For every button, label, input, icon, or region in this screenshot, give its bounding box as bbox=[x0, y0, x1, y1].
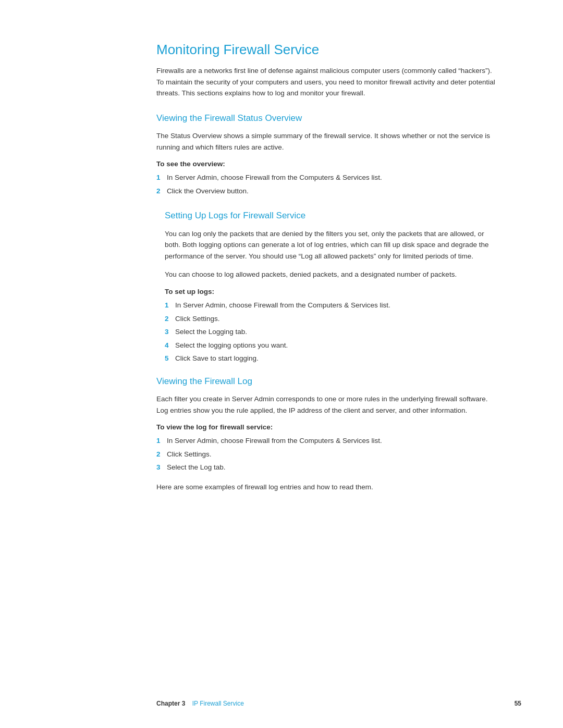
section-3-sub-heading: To view the log for firewall service: bbox=[156, 423, 495, 431]
list-item: 3 Select the Log tab. bbox=[156, 462, 495, 473]
step-text: Click Settings. bbox=[175, 313, 220, 325]
list-item: 1 In Server Admin, choose Firewall from … bbox=[156, 435, 495, 447]
step-text: Click Save to start logging. bbox=[175, 353, 259, 364]
section-2: Setting Up Logs for Firewall Service You… bbox=[156, 210, 495, 364]
section-1-sub-heading: To see the overview: bbox=[156, 160, 495, 168]
step-number: 2 bbox=[156, 186, 164, 197]
section-1-steps: 1 In Server Admin, choose Firewall from … bbox=[156, 172, 495, 196]
list-item: 1 In Server Admin, choose Firewall from … bbox=[165, 300, 495, 311]
footer-page-number: 55 bbox=[515, 700, 521, 707]
chapter-label: Chapter 3 bbox=[156, 700, 185, 707]
section-2-heading: Setting Up Logs for Firewall Service bbox=[165, 210, 495, 221]
step-number: 1 bbox=[156, 435, 164, 447]
step-number: 4 bbox=[165, 340, 172, 351]
step-number: 5 bbox=[165, 353, 172, 364]
section-2-para-1: You can log only the packets that are de… bbox=[165, 228, 495, 262]
footer-separator bbox=[187, 700, 191, 707]
step-text: In Server Admin, choose Firewall from th… bbox=[167, 435, 382, 447]
step-text: Select the Logging tab. bbox=[175, 326, 247, 338]
footer-chapter-info: Chapter 3 IP Firewall Service bbox=[156, 700, 244, 707]
content-area: Monitoring Firewall Service Firewalls ar… bbox=[156, 42, 495, 493]
section-2-steps: 1 In Server Admin, choose Firewall from … bbox=[165, 300, 495, 364]
main-section: Monitoring Firewall Service Firewalls ar… bbox=[156, 42, 495, 99]
step-number: 3 bbox=[165, 326, 172, 338]
step-number: 1 bbox=[165, 300, 172, 311]
section-1-heading: Viewing the Firewall Status Overview bbox=[156, 113, 495, 124]
step-number: 3 bbox=[156, 462, 164, 473]
step-number: 2 bbox=[165, 313, 172, 325]
list-item: 3 Select the Logging tab. bbox=[165, 326, 495, 338]
page-container: Monitoring Firewall Service Firewalls ar… bbox=[0, 0, 563, 728]
step-text: Click Settings. bbox=[167, 449, 212, 460]
list-item: 4 Select the logging options you want. bbox=[165, 340, 495, 351]
intro-text: Firewalls are a networks first line of d… bbox=[156, 65, 495, 99]
list-item: 2 Click Settings. bbox=[165, 313, 495, 325]
list-item: 5 Click Save to start logging. bbox=[165, 353, 495, 364]
main-heading: Monitoring Firewall Service bbox=[156, 42, 495, 58]
section-2-para-2: You can choose to log allowed packets, d… bbox=[165, 269, 495, 280]
list-item: 2 Click Settings. bbox=[156, 449, 495, 460]
list-item: 1 In Server Admin, choose Firewall from … bbox=[156, 172, 495, 183]
step-number: 1 bbox=[156, 172, 164, 183]
step-text: In Server Admin, choose Firewall from th… bbox=[175, 300, 390, 311]
section-1-para-1: The Status Overview shows a simple summa… bbox=[156, 130, 495, 153]
step-text: Select the Log tab. bbox=[167, 462, 226, 473]
section-1: Viewing the Firewall Status Overview The… bbox=[156, 113, 495, 196]
section-3-para-1: Each filter you create in Server Admin c… bbox=[156, 393, 495, 416]
step-text: Click the Overview button. bbox=[167, 186, 249, 197]
section-3-post-steps: Here are some examples of firewall log e… bbox=[156, 482, 495, 493]
step-number: 2 bbox=[156, 449, 164, 460]
section-3: Viewing the Firewall Log Each filter you… bbox=[156, 376, 495, 493]
page-footer: Chapter 3 IP Firewall Service 55 bbox=[0, 700, 563, 707]
chapter-link: IP Firewall Service bbox=[192, 700, 244, 707]
section-3-heading: Viewing the Firewall Log bbox=[156, 376, 495, 387]
section-3-steps: 1 In Server Admin, choose Firewall from … bbox=[156, 435, 495, 473]
list-item: 2 Click the Overview button. bbox=[156, 186, 495, 197]
section-2-sub-heading: To set up logs: bbox=[165, 288, 495, 295]
step-text: In Server Admin, choose Firewall from th… bbox=[167, 172, 382, 183]
step-text: Select the logging options you want. bbox=[175, 340, 288, 351]
